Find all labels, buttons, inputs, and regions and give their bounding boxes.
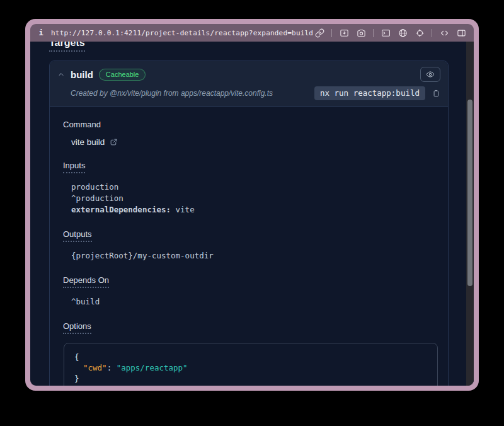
json-line: "cwd": "apps/reactapp" [74,362,427,373]
address-url[interactable]: http://127.0.0.1:4211/project-details/re… [51,29,313,37]
browser-viewport: Targets build Cacheable [30,42,474,386]
inputs-heading: Inputs [63,161,439,173]
outputs-section: Outputs {projectRoot}/my-custom-outdir [63,229,439,262]
input-item: production [71,181,439,193]
build-target-subheader: Created by @nx/vite/plugin from apps/rea… [57,86,440,100]
toolbar-actions [314,28,466,38]
output-item: {projectRoot}/my-custom-outdir [71,250,439,262]
input-item: externalDependencies: vite [71,204,439,216]
screenshot-camera-icon[interactable] [356,28,366,38]
split-view-icon[interactable] [456,28,466,38]
page-title-text: Targets [49,42,85,52]
desktop: { "browser": { "info_glyph": "i", "url":… [0,0,504,426]
source-code-icon[interactable] [439,28,449,38]
json-line: { [74,352,427,362]
command-section: Command vite build [63,120,439,147]
command-value-row: vite build [71,137,439,147]
build-target-body: Command vite build Inputs [50,107,448,386]
depends-on-section: Depends On ^build [63,275,439,308]
browser-window: i http://127.0.0.1:4211/project-details/… [25,19,479,391]
info-icon: i [37,28,45,37]
build-target-card: build Cacheable Created by @nx/vite/plug… [49,60,449,386]
outputs-heading: Outputs [63,229,439,242]
copy-command-icon[interactable] [432,89,440,98]
command-heading: Command [63,120,439,129]
depends-on-heading: Depends On [63,275,439,288]
toolbar-separator [373,29,374,37]
depends-on-item: ^build [71,296,439,308]
target-name: build [71,69,93,80]
json-line: } [74,373,427,384]
browser-window-inner: i http://127.0.0.1:4211/project-details/… [30,24,474,386]
input-item: ^production [71,193,439,204]
toolbar-separator [331,29,332,37]
terminal-icon[interactable] [381,28,391,38]
chevron-up-icon[interactable] [57,71,65,78]
options-json-block: { "cwd": "apps/reactapp" } [64,343,438,386]
command-value: vite build [71,137,105,147]
link-icon[interactable] [314,28,324,38]
build-target-header-row: build Cacheable [57,67,440,82]
cacheable-badge: Cacheable [99,69,146,81]
inputs-list: production ^production externalDependenc… [71,181,439,216]
created-by-text: Created by @nx/vite/plugin from apps/rea… [71,89,273,98]
browser-toolbar: i http://127.0.0.1:4211/project-details/… [30,24,474,42]
build-target-header[interactable]: build Cacheable Created by @nx/vite/plug… [50,61,448,107]
page-title: Targets [49,42,466,52]
depends-on-list: ^build [71,296,439,308]
external-link-icon[interactable] [110,138,118,146]
run-command-chip: nx run reactapp:build [314,86,425,100]
view-target-graph-button[interactable] [420,67,440,82]
options-heading: Options [63,321,439,334]
pick-locator-crosshair-icon[interactable] [415,28,425,38]
project-details-page: Targets build Cacheable [30,42,466,386]
screencast-icon[interactable] [339,28,349,38]
toolbar-separator [432,29,432,37]
options-section: Options { "cwd": "apps/reactapp" } [63,321,439,386]
outputs-list: {projectRoot}/my-custom-outdir [71,250,439,262]
vertical-scrollbar[interactable] [466,42,474,386]
scrollbar-thumb[interactable] [467,100,472,286]
network-globe-icon[interactable] [398,28,408,38]
inputs-section: Inputs production ^production externalDe… [63,161,439,216]
